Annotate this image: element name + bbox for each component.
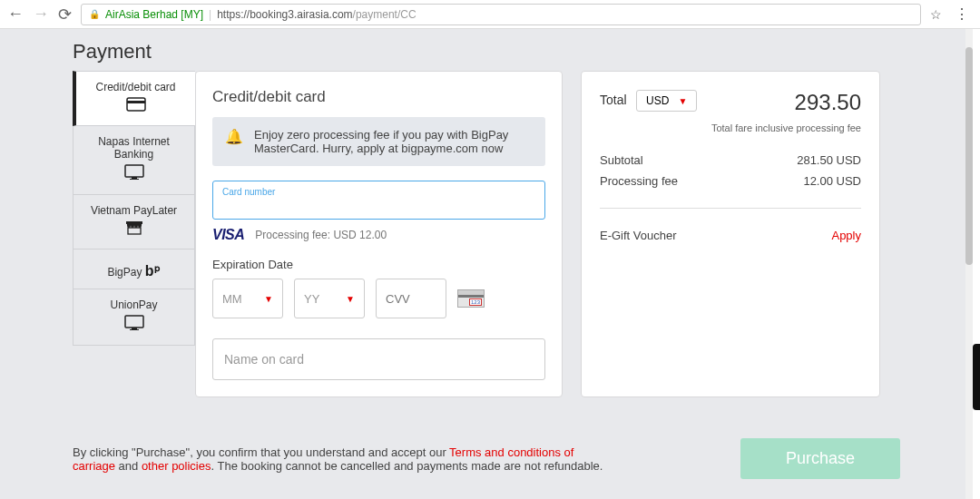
tab-credit-debit-card[interactable]: Credit/debit card [73, 71, 195, 126]
caret-down-icon: ▼ [678, 96, 687, 106]
purchase-button[interactable]: Purchase [740, 438, 900, 479]
placeholder: MM [222, 292, 242, 306]
card-icon [82, 97, 190, 116]
placeholder: YY [304, 292, 319, 306]
apply-voucher-link[interactable]: Apply [831, 229, 861, 242]
page-body: Payment Credit/debit card Napas Internet… [0, 29, 973, 499]
visa-logo-icon: VISA [212, 227, 244, 243]
address-bar[interactable]: 🔒 AirAsia Berhad [MY] | https://booking3… [81, 4, 921, 25]
line-label: Subtotal [600, 153, 643, 167]
voucher-label: E-Gift Voucher [600, 229, 677, 242]
summary-line-processing-fee: Processing fee 12.00 USD [600, 171, 861, 191]
bookmark-star-icon[interactable]: ☆ [930, 7, 942, 22]
line-label: Processing fee [600, 174, 678, 188]
currency-select[interactable]: USD ▼ [636, 90, 697, 112]
monitor-icon [79, 315, 189, 336]
payment-method-tabs: Credit/debit card Napas Internet Banking… [73, 71, 195, 397]
line-value: 12.00 USD [803, 174, 861, 188]
card-number-field[interactable]: Card number [212, 181, 545, 220]
reload-button[interactable]: ⟳ [58, 5, 72, 24]
caret-down-icon: ▼ [346, 294, 355, 304]
processing-fee-text: Processing fee: USD 12.00 [255, 229, 387, 241]
card-form-panel: Credit/debit card 🔔 Enjoy zero processin… [195, 71, 563, 397]
name-on-card-input[interactable] [212, 338, 545, 380]
tab-label: UnionPay [110, 298, 157, 311]
currency-value: USD [646, 94, 669, 107]
store-icon [79, 220, 189, 240]
bell-icon: 🔔 [225, 128, 243, 145]
svg-rect-7 [132, 328, 137, 329]
summary-line-subtotal: Subtotal 281.50 USD [600, 150, 861, 171]
footer: By clicking "Purchase", you confirm that… [73, 438, 900, 479]
scrollbar-vertical[interactable] [965, 29, 973, 499]
browser-toolbar: ← → ⟳ 🔒 AirAsia Berhad [MY] | https://bo… [0, 0, 980, 29]
svg-rect-0 [127, 98, 145, 111]
site-identity: AirAsia Berhad [MY] [105, 8, 203, 21]
svg-rect-1 [127, 101, 145, 103]
tab-napas-internet-banking[interactable]: Napas Internet Banking [73, 126, 195, 195]
tab-vietnam-paylater[interactable]: Vietnam PayLater [73, 195, 195, 250]
back-button[interactable]: ← [7, 5, 24, 24]
url-text: https://booking3.airasia.com/payment/CC [217, 8, 416, 21]
panel-heading: Credit/debit card [212, 88, 545, 106]
divider [600, 208, 861, 209]
disclaimer-text: By clicking "Purchase", you confirm that… [73, 445, 617, 473]
expiry-month-select[interactable]: MM ▼ [212, 279, 283, 318]
promo-text: Enjoy zero processing fee if you pay wit… [254, 128, 533, 155]
tab-label: BigPay [107, 266, 142, 279]
total-amount: 293.50 [795, 90, 861, 115]
summary-panel: Total USD ▼ 293.50 Total fare inclusive … [581, 71, 880, 397]
page-title: Payment [73, 29, 900, 71]
cvv-card-icon [457, 289, 485, 308]
scrollbar-thumb[interactable] [965, 47, 973, 265]
svg-rect-3 [132, 177, 137, 179]
line-value: 281.50 USD [797, 153, 861, 167]
tab-label: Napas Internet Banking [98, 135, 170, 161]
promo-banner: 🔔 Enjoy zero processing fee if you pay w… [212, 117, 545, 166]
browser-menu-icon[interactable]: ⋮ [951, 5, 973, 23]
tab-label: Credit/debit card [95, 81, 175, 93]
forward-button[interactable]: → [33, 5, 49, 24]
lock-icon: 🔒 [89, 9, 100, 19]
svg-rect-5 [128, 228, 141, 234]
tab-bigpay[interactable]: BigPay bᵖ [73, 250, 195, 289]
svg-rect-8 [130, 329, 139, 330]
cvv-input[interactable] [376, 279, 446, 318]
other-policies-link[interactable]: other policies [142, 459, 211, 473]
total-label: Total [600, 93, 627, 107]
field-label: Card number [222, 187, 535, 197]
monitor-icon [79, 164, 189, 185]
expiry-year-select[interactable]: YY ▼ [294, 279, 365, 318]
expiration-label: Expiration Date [212, 258, 545, 271]
svg-rect-2 [125, 165, 143, 177]
tab-label: Vietnam PayLater [91, 204, 177, 217]
svg-rect-6 [125, 316, 143, 328]
card-number-input[interactable] [222, 199, 535, 212]
bigpay-icon: bᵖ [145, 262, 161, 279]
svg-rect-4 [130, 179, 139, 180]
caret-down-icon: ▼ [264, 294, 273, 304]
feedback-tab[interactable]: Feedback [973, 344, 980, 410]
total-subtext: Total fare inclusive processing fee [600, 122, 861, 133]
tab-unionpay[interactable]: UnionPay [73, 289, 195, 346]
